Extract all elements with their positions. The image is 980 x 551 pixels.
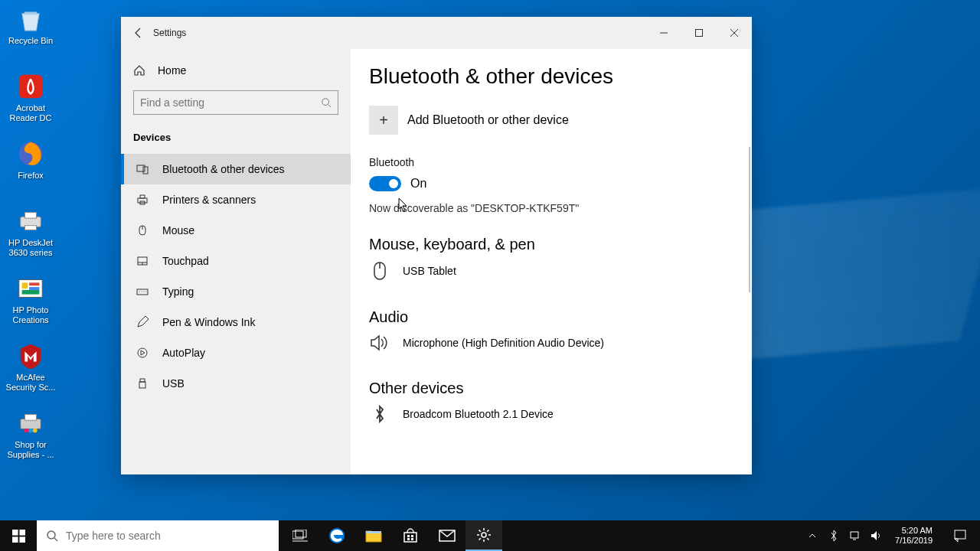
- svg-rect-22: [143, 167, 148, 174]
- speaker-icon: [369, 334, 390, 352]
- svg-point-14: [33, 429, 38, 433]
- svg-rect-55: [411, 538, 413, 540]
- search-input[interactable]: [140, 96, 321, 109]
- group-mouse-keyboard-pen: Mouse, keyboard, & pen: [369, 236, 733, 253]
- maximize-button[interactable]: [681, 21, 717, 45]
- taskbar-mail[interactable]: [429, 520, 466, 551]
- device-label: Microphone (High Definition Audio Device…: [403, 337, 604, 349]
- bluetooth-toggle[interactable]: [369, 176, 401, 191]
- devices-icon: [136, 163, 149, 175]
- page-title: Bluetooth & other devices: [369, 64, 733, 89]
- svg-rect-38: [139, 382, 145, 388]
- bluetooth-label: Bluetooth: [369, 156, 733, 168]
- pen-icon: [136, 316, 149, 328]
- system-tray: 5:20 AM 7/16/2019: [805, 520, 980, 551]
- bluetooth-state: On: [410, 177, 426, 191]
- desktop-icon-label: Acrobat Reader DC: [4, 103, 57, 122]
- desktop-icon-label: Shop for Supplies - ...: [4, 440, 57, 459]
- svg-rect-54: [407, 538, 410, 540]
- svg-point-19: [322, 99, 329, 106]
- nav-typing[interactable]: Typing: [121, 276, 351, 307]
- desktop-icon-shop-supplies[interactable]: Shop for Supplies - ...: [4, 408, 57, 468]
- device-usb-tablet[interactable]: USB Tablet: [369, 261, 733, 281]
- taskbar-edge[interactable]: [318, 520, 355, 551]
- svg-rect-7: [29, 282, 39, 285]
- tray-network-icon[interactable]: [848, 531, 863, 540]
- printer-icon: [136, 194, 149, 206]
- taskbar-search-input[interactable]: [66, 530, 270, 542]
- taskbar-clock[interactable]: 5:20 AM 7/16/2019: [890, 526, 937, 546]
- nav-bluetooth[interactable]: Bluetooth & other devices: [121, 154, 351, 184]
- tray-bluetooth-icon[interactable]: [826, 530, 841, 541]
- taskbar-file-explorer[interactable]: [355, 520, 392, 551]
- device-microphone[interactable]: Microphone (High Definition Audio Device…: [369, 334, 733, 352]
- start-button[interactable]: [0, 520, 37, 551]
- svg-rect-8: [29, 287, 39, 290]
- desktop-icon-label: Recycle Bin: [4, 36, 57, 46]
- device-broadcom-bt[interactable]: Broadcom Bluetooth 2.1 Device: [369, 405, 733, 423]
- taskbar-search[interactable]: [37, 520, 279, 551]
- desktop-icon-acrobat[interactable]: Acrobat Reader DC: [4, 71, 57, 131]
- svg-point-35: [146, 292, 147, 292]
- svg-rect-31: [137, 289, 148, 295]
- svg-point-36: [138, 348, 147, 357]
- tray-chevron-up-icon[interactable]: [805, 533, 820, 539]
- search-box[interactable]: [133, 90, 338, 115]
- desktop-icon-recycle-bin[interactable]: Recycle Bin: [4, 4, 57, 64]
- task-view-button[interactable]: [282, 520, 318, 551]
- desktop-icon-hp-photo[interactable]: HP Photo Creations: [4, 273, 57, 333]
- taskbar-settings[interactable]: [466, 520, 502, 551]
- group-other: Other devices: [369, 380, 733, 397]
- group-audio: Audio: [369, 308, 733, 326]
- scrollbar[interactable]: [749, 147, 750, 292]
- nav-label: Printers & scanners: [162, 194, 256, 206]
- svg-rect-16: [696, 30, 703, 37]
- taskbar-date: 7/16/2019: [895, 536, 933, 546]
- taskbar-time: 5:20 AM: [895, 526, 933, 536]
- desktop-icon-firefox[interactable]: Firefox: [4, 139, 57, 198]
- notifications-button[interactable]: [943, 520, 977, 551]
- nav-pen[interactable]: Pen & Windows Ink: [121, 307, 351, 337]
- nav-label: Pen & Windows Ink: [162, 316, 255, 328]
- close-button[interactable]: [717, 21, 752, 45]
- svg-point-12: [24, 429, 28, 433]
- settings-window: Settings Home Devices Bluetooth & other …: [121, 17, 752, 474]
- desktop-icon-label: HP DeskJet 3630 series: [4, 238, 57, 257]
- home-label: Home: [158, 64, 186, 77]
- keyboard-icon: [136, 285, 149, 298]
- svg-rect-11: [24, 415, 36, 421]
- taskbar: 5:20 AM 7/16/2019: [0, 520, 980, 551]
- nav-autoplay[interactable]: AutoPlay: [121, 337, 351, 368]
- sidebar: Home Devices Bluetooth & other devices P…: [121, 49, 351, 474]
- nav-label: Typing: [162, 285, 194, 298]
- add-device-button[interactable]: + Add Bluetooth or other device: [369, 106, 733, 135]
- window-title: Settings: [153, 28, 186, 38]
- sidebar-section-title: Devices: [121, 127, 351, 154]
- nav-touchpad[interactable]: Touchpad: [121, 246, 351, 276]
- taskbar-store[interactable]: [392, 520, 429, 551]
- content-area: Bluetooth & other devices + Add Bluetoot…: [351, 49, 752, 474]
- svg-rect-23: [138, 198, 147, 203]
- mouse-icon: [136, 224, 149, 236]
- minimize-button[interactable]: [646, 21, 681, 45]
- desktop-icon-hp-deskjet[interactable]: HP DeskJet 3630 series: [4, 206, 57, 266]
- svg-rect-42: [19, 530, 25, 536]
- plus-icon: +: [369, 106, 398, 135]
- search-icon: [321, 97, 332, 108]
- svg-line-20: [328, 105, 332, 108]
- svg-rect-37: [140, 379, 145, 382]
- home-button[interactable]: Home: [121, 57, 351, 84]
- svg-point-34: [144, 292, 145, 292]
- desktop-icons: Recycle Bin Acrobat Reader DC Firefox HP…: [4, 4, 57, 475]
- bluetooth-icon: [369, 405, 390, 423]
- svg-rect-44: [19, 536, 25, 543]
- nav-printers[interactable]: Printers & scanners: [121, 184, 351, 215]
- desktop-icon-mcafee[interactable]: McAfee Security Sc...: [4, 341, 57, 400]
- desktop-icon-label: McAfee Security Sc...: [4, 373, 57, 392]
- nav-mouse[interactable]: Mouse: [121, 215, 351, 246]
- tray-volume-icon[interactable]: [869, 530, 884, 541]
- add-device-label: Add Bluetooth or other device: [407, 113, 569, 127]
- back-button[interactable]: [121, 17, 156, 49]
- nav-usb[interactable]: USB: [121, 368, 351, 399]
- svg-rect-4: [24, 226, 36, 230]
